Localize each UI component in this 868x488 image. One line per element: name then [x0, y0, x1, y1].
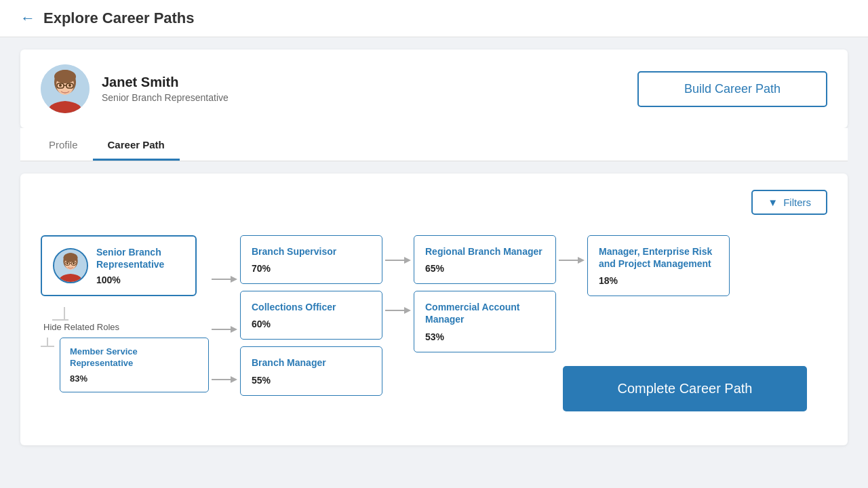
arrow-3: [212, 354, 237, 405]
arrow-col2-col3: [382, 235, 414, 336]
role-title-regional-branch-manager: Regional Branch Manager: [425, 245, 545, 258]
svg-point-12: [63, 253, 77, 262]
top-nav: ← Explore Career Paths: [0, 0, 868, 37]
avatar: [41, 64, 90, 113]
arrow-2: [212, 304, 237, 354]
main-content: ▼ Filters: [20, 174, 848, 445]
svg-marker-23: [231, 376, 237, 383]
role-card-commercial-account-manager[interactable]: Commercial Account Manager 53%: [414, 291, 556, 352]
filters-row: ▼ Filters: [41, 190, 827, 215]
col1-wrapper: Senior Branch Representative 100% Hide R…: [41, 235, 209, 392]
profile-name: Janet Smith: [102, 75, 229, 90]
tabs-bar: Profile Career Path: [20, 128, 848, 161]
current-role-info: Senior Branch Representative 100%: [96, 246, 184, 285]
role-card-collections-officer[interactable]: Collections Officer 60%: [240, 291, 382, 340]
role-card-branch-manager[interactable]: Branch Manager 55%: [240, 346, 382, 395]
arrow-col2-col3-2: [385, 285, 411, 336]
role-pct-collections-officer: 60%: [252, 319, 371, 329]
current-role-avatar: [53, 248, 88, 283]
filters-button[interactable]: ▼ Filters: [751, 190, 827, 215]
related-role-pct-0: 83%: [70, 373, 199, 384]
tab-career-path[interactable]: Career Path: [93, 128, 180, 161]
svg-marker-29: [578, 257, 585, 264]
profile-card: Janet Smith Senior Branch Representative…: [20, 49, 848, 128]
svg-marker-25: [404, 257, 411, 264]
back-arrow-icon[interactable]: ←: [20, 9, 35, 27]
role-title-enterprise-risk: Manager, Enterprise Risk and Project Man…: [599, 245, 718, 270]
related-roles-section: Hide Related Roles Member Service Repres…: [41, 302, 209, 392]
related-role-title-0: Member Service Representative: [70, 346, 199, 369]
arrow-col2-col3-1: [385, 235, 411, 285]
related-role-card-0[interactable]: Member Service Representative 83%: [60, 338, 209, 392]
filter-icon: ▼: [768, 197, 778, 208]
role-pct-branch-manager: 55%: [252, 375, 371, 386]
current-role-title: Senior Branch Representative: [96, 246, 184, 270]
profile-left: Janet Smith Senior Branch Representative: [41, 64, 229, 113]
career-diagram-wrapper: Senior Branch Representative 100% Hide R…: [41, 228, 827, 425]
build-career-path-button[interactable]: Build Career Path: [637, 71, 827, 107]
col4: Manager, Enterprise Risk and Project Man…: [587, 235, 730, 296]
svg-marker-21: [231, 326, 237, 333]
role-pct-regional-branch-manager: 65%: [425, 263, 545, 274]
role-pct-enterprise-risk: 18%: [599, 275, 718, 286]
arrow-1: [212, 254, 237, 304]
hide-related-label[interactable]: Hide Related Roles: [43, 322, 119, 332]
role-card-regional-branch-manager[interactable]: Regional Branch Manager 65%: [414, 235, 556, 284]
svg-point-8: [68, 84, 71, 87]
role-pct-commercial-account-manager: 53%: [425, 331, 545, 342]
role-title-collections-officer: Collections Officer: [252, 301, 371, 313]
svg-marker-19: [231, 276, 237, 283]
profile-role: Senior Branch Representative: [102, 92, 229, 103]
svg-point-16: [66, 263, 68, 265]
complete-career-path-button[interactable]: Complete Career Path: [563, 366, 807, 411]
svg-point-7: [59, 84, 62, 87]
role-card-branch-supervisor[interactable]: Branch Supervisor 70%: [240, 235, 382, 284]
current-role-card: Senior Branch Representative 100%: [41, 235, 197, 296]
svg-point-17: [73, 263, 75, 265]
role-title-branch-manager: Branch Manager: [252, 357, 371, 369]
filters-label: Filters: [783, 197, 811, 208]
profile-info: Janet Smith Senior Branch Representative: [102, 75, 229, 103]
current-role-pct: 100%: [96, 274, 184, 285]
role-card-enterprise-risk[interactable]: Manager, Enterprise Risk and Project Man…: [587, 235, 730, 296]
arrow-col1-col2: [209, 254, 240, 405]
col3: Regional Branch Manager 65% Commercial A…: [414, 235, 556, 352]
svg-marker-27: [404, 307, 411, 314]
role-pct-branch-supervisor: 70%: [252, 263, 371, 274]
svg-point-3: [54, 70, 76, 83]
col2: Branch Supervisor 70% Collections Office…: [240, 235, 382, 396]
arrow-col3-col4: [556, 235, 587, 285]
page-title: Explore Career Paths: [43, 9, 195, 27]
role-title-commercial-account-manager: Commercial Account Manager: [425, 301, 545, 325]
role-title-branch-supervisor: Branch Supervisor: [252, 245, 371, 258]
tab-profile[interactable]: Profile: [34, 128, 93, 161]
